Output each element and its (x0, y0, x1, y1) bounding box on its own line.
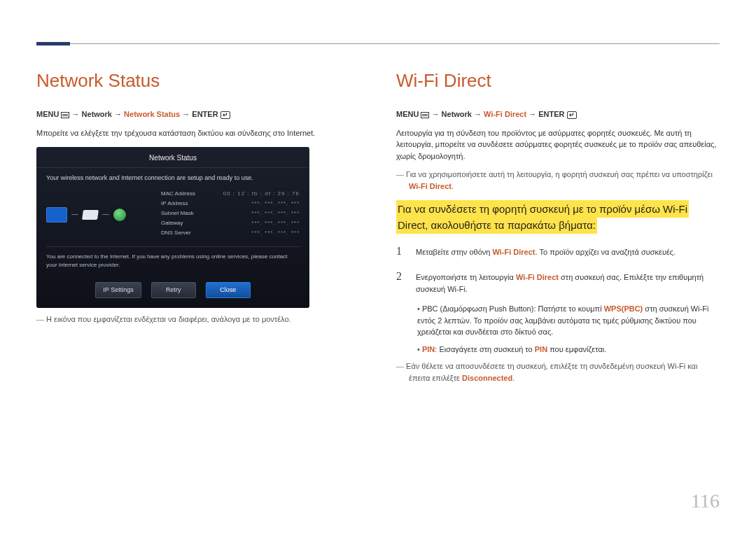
right-column: Wi-Fi Direct MENU → Network → Wi-Fi Dire… (396, 67, 720, 388)
shot-row: MAC Address00 : 12 : fb : df : 29 : 76 I… (36, 186, 309, 241)
table-row: MAC Address00 : 12 : fb : df : 29 : 76 (161, 189, 300, 199)
menu-enter: ENTER (538, 110, 564, 118)
s2-a: Ενεργοποιήστε τη λειτουργία (416, 273, 516, 281)
top-accent (36, 42, 70, 45)
subnet-key: Subnet Mask (161, 209, 194, 218)
heading-wifi-direct: Wi-Fi Direct (396, 67, 720, 94)
right-note1: Για να χρησιμοποιήσετε αυτή τη λειτουργί… (396, 169, 720, 192)
right-body: Λειτουργία για τη σύνδεση του προϊόντος … (396, 127, 720, 162)
step-number: 1 (396, 243, 406, 260)
s1-highlight: Wi-Fi Direct (492, 248, 535, 256)
ip-val: ***. ***. ***. *** (251, 199, 300, 208)
arrow: → (474, 110, 482, 118)
shot-msg-top: Your wireless network and Internet conne… (36, 168, 309, 186)
s1-a: Μεταβείτε στην οθόνη (416, 248, 492, 256)
sub2-b: : Εισαγάγετε στη συσκευή το (435, 345, 534, 353)
steps-list: 1 Μεταβείτε στην οθόνη Wi-Fi Direct. Το … (396, 243, 720, 295)
router-icon (82, 210, 99, 220)
page-number: 116 (691, 486, 720, 516)
table-row: IP Address***. ***. ***. *** (161, 199, 300, 209)
menu-enter: ENTER (192, 110, 218, 118)
menu-icon (61, 112, 69, 118)
sub2-pin1: PIN (422, 345, 435, 353)
arrow: → (182, 110, 190, 118)
retry-button[interactable]: Retry (151, 282, 196, 299)
arrow: → (114, 110, 122, 118)
arrow: → (72, 110, 80, 118)
callout: Για να συνδέσετε τη φορητή συσκευή με το… (396, 200, 689, 234)
step-2: 2 Ενεργοποιήστε τη λειτουργία Wi-Fi Dire… (396, 268, 720, 295)
step-1-text: Μεταβείτε στην οθόνη Wi-Fi Direct. Το πρ… (416, 246, 676, 258)
enter-icon (567, 111, 577, 119)
shot-icons (46, 189, 151, 238)
sub1-highlight: WPS(PBC) (604, 304, 643, 313)
gateway-val: ***. ***. ***. *** (251, 219, 300, 227)
menu-item-highlight: Wi-Fi Direct (484, 110, 526, 118)
shot-table: MAC Address00 : 12 : fb : df : 29 : 76 I… (161, 189, 300, 238)
ip-settings-button[interactable]: IP Settings (95, 282, 141, 299)
top-rule (36, 43, 720, 44)
dns-val: ***. ***. ***. *** (251, 229, 300, 237)
mac-key: MAC Address (161, 190, 195, 198)
enter-icon (220, 111, 230, 119)
link-icon (71, 214, 78, 215)
menu-label: MENU (36, 110, 59, 118)
heading-network-status: Network Status (36, 67, 360, 94)
arrow: → (432, 110, 440, 118)
sub-pbc: PBC (Διαμόρφωση Push Button): Πατήστε το… (396, 303, 720, 338)
close-button[interactable]: Close (206, 282, 251, 299)
step-2-text: Ενεργοποιήστε τη λειτουργία Wi-Fi Direct… (416, 272, 720, 295)
right-note2: Εάν θέλετε να αποσυνδέσετε τη συσκευή, ε… (396, 360, 720, 384)
tv-icon (46, 207, 67, 223)
menu-network: Network (82, 110, 112, 118)
sub1-a: PBC (Διαμόρφωση Push Button): Πατήστε το… (422, 304, 604, 313)
shot-msg-bottom: You are connected to the Internet. If yo… (36, 247, 309, 275)
subnet-val: ***. ***. ***. *** (251, 209, 300, 218)
note1-suffix: . (451, 182, 454, 190)
s2-highlight: Wi-Fi Direct (516, 273, 559, 281)
note2-highlight: Disconnected (462, 374, 512, 382)
menu-label: MENU (396, 110, 419, 118)
note1-text: Για να χρησιμοποιήσετε αυτή τη λειτουργί… (406, 170, 713, 178)
shot-buttons: IP Settings Retry Close (36, 275, 309, 307)
sub2-d: που εμφανίζεται. (547, 345, 606, 353)
s1-b: . Το προϊόν αρχίζει να αναζητά συσκευές. (535, 248, 676, 256)
shot-title: Network Status (36, 147, 309, 168)
menu-network: Network (442, 110, 472, 118)
note2-a: Εάν θέλετε να αποσυνδέσετε τη συσκευή, ε… (406, 362, 697, 382)
dns-key: DNS Server (161, 229, 191, 237)
left-footnote: Η εικόνα που εμφανίζεται ενδέχεται να δι… (36, 314, 360, 325)
note2-c: . (512, 374, 514, 382)
table-row: Gateway***. ***. ***. *** (161, 218, 300, 228)
ip-key: IP Address (161, 199, 188, 208)
menu-icon (421, 112, 429, 118)
mac-val: 00 : 12 : fb : df : 29 : 76 (223, 190, 300, 198)
arrow: → (528, 110, 536, 118)
sub2-pin2: PIN (535, 345, 547, 353)
table-row: DNS Server***. ***. ***. *** (161, 228, 300, 238)
callout-wrap: Για να συνδέσετε τη φορητή συσκευή με το… (396, 202, 720, 233)
globe-icon (113, 209, 126, 221)
step-1: 1 Μεταβείτε στην οθόνη Wi-Fi Direct. Το … (396, 243, 720, 260)
content-columns: Network Status MENU → Network → Network … (36, 67, 720, 388)
menu-path-network-status: MENU → Network → Network Status → ENTER (36, 108, 360, 120)
table-row: Subnet Mask***. ***. ***. *** (161, 209, 300, 218)
left-column: Network Status MENU → Network → Network … (36, 67, 360, 388)
left-body: Μπορείτε να ελέγξετε την τρέχουσα κατάστ… (36, 127, 360, 139)
sub-pin: PIN: Εισαγάγετε στη συσκευή το PIN που ε… (396, 344, 720, 356)
link-icon (102, 214, 109, 215)
gateway-key: Gateway (161, 219, 183, 227)
note1-highlight: Wi-Fi Direct (409, 182, 451, 190)
network-status-screenshot: Network Status Your wireless network and… (36, 147, 309, 308)
step-number: 2 (396, 268, 406, 285)
menu-path-wifi-direct: MENU → Network → Wi-Fi Direct → ENTER (396, 108, 720, 120)
menu-item-highlight: Network Status (124, 110, 180, 118)
